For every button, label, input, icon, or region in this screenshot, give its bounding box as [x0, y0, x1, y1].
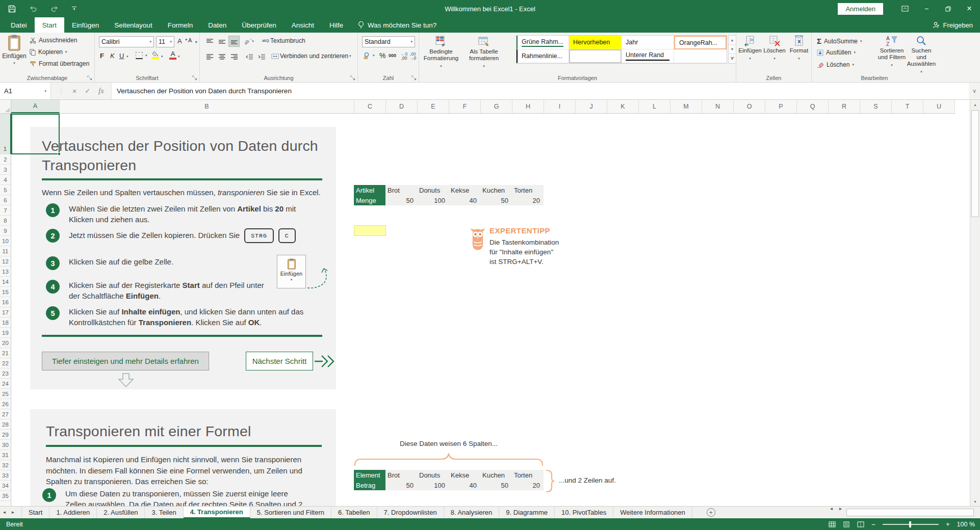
cell-style-bottom-border[interactable]: Unterer Rand	[622, 49, 674, 63]
cell-style-border-line[interactable]: Rahmenlinie...	[517, 49, 569, 63]
table-cell[interactable]: 50	[385, 480, 417, 490]
details-button[interactable]: Tiefer einsteigen und mehr Details erfah…	[42, 352, 209, 370]
grow-font-button[interactable]: A▲	[177, 37, 188, 45]
column-header[interactable]: K	[607, 100, 639, 113]
table-cell[interactable]: 50	[480, 480, 512, 490]
accounting-format-button[interactable]: ▾	[363, 52, 375, 59]
cell-style-orange-border[interactable]: OrangeRah...	[674, 36, 727, 49]
sign-in-button[interactable]: Anmelden	[838, 3, 883, 15]
table-cell[interactable]: Betrag	[354, 480, 385, 490]
gallery-up-icon[interactable]: ▲	[729, 36, 736, 45]
find-select-button[interactable]: Suchen und Auswählen▾	[907, 35, 936, 75]
yellow-target-cell[interactable]	[354, 225, 386, 236]
menu-tab[interactable]: Datei	[3, 17, 35, 33]
cell-style-empty[interactable]	[569, 49, 622, 63]
cut-button[interactable]: Ausschneiden	[30, 37, 77, 44]
sheet-tab[interactable]: 4. Transponieren	[184, 507, 250, 518]
align-center-icon[interactable]	[216, 51, 227, 62]
menu-tab[interactable]: Einfügen	[64, 17, 107, 33]
row-header[interactable]: 5	[0, 185, 11, 195]
fill-color-dropdown-icon[interactable]: ▾	[161, 55, 163, 59]
customize-quick-access-icon[interactable]: ▾	[72, 7, 76, 11]
sheet-tab[interactable]: 6. Tabellen	[331, 507, 377, 518]
cell-style-highlight[interactable]: Hervorheben	[569, 36, 622, 49]
fill-button[interactable]: Ausfüllen▾	[817, 49, 856, 56]
increase-decimal-button[interactable]: ←0,00	[401, 52, 407, 60]
bold-button[interactable]: F	[100, 52, 104, 60]
align-left-icon[interactable]	[204, 51, 215, 62]
gallery-down-icon[interactable]: ▼	[729, 45, 736, 54]
row-header[interactable]: 29	[0, 430, 11, 440]
column-header[interactable]: Q	[797, 100, 829, 113]
hscroll-left-icon[interactable]: ◄	[827, 507, 836, 511]
row-header[interactable]: 22	[0, 358, 11, 368]
font-color-dropdown-icon[interactable]: ▾	[178, 55, 180, 59]
sheet-nav-right-icon[interactable]: ►	[9, 507, 17, 518]
share-button[interactable]: Freigeben	[933, 17, 973, 33]
paste-button[interactable]: Einfügen ▾	[3, 35, 25, 71]
column-header[interactable]: G	[481, 100, 512, 113]
row-header[interactable]: 30	[0, 440, 11, 450]
cell-style-jahr[interactable]: Jahr	[622, 36, 674, 49]
table-cell[interactable]: Kekse	[449, 470, 480, 480]
column-header[interactable]: A	[11, 100, 60, 113]
merge-center-button[interactable]: Verbinden und zentrieren▾	[271, 52, 351, 60]
column-header[interactable]: U	[923, 100, 955, 113]
table-cell[interactable]: Brot	[385, 185, 417, 195]
cancel-icon[interactable]: ×	[72, 87, 76, 95]
column-header[interactable]: J	[576, 100, 607, 113]
column-header[interactable]: M	[670, 100, 702, 113]
minimize-button[interactable]: −	[916, 0, 937, 17]
underline-button[interactable]: U	[119, 52, 124, 60]
wrap-text-button[interactable]: ab Textumbruch	[262, 37, 305, 44]
delete-cells-button[interactable]: Löschen▾	[763, 35, 786, 62]
row-header[interactable]: 16	[0, 297, 11, 307]
save-icon[interactable]	[8, 5, 16, 13]
insert-cells-button[interactable]: Einfügen▾	[738, 35, 762, 62]
decrease-decimal-button[interactable]: ,00→0	[409, 52, 416, 60]
table-cell[interactable]: 50	[385, 195, 417, 205]
table-cell[interactable]: 100	[417, 480, 449, 490]
row-header[interactable]: 3	[0, 165, 11, 175]
row-header[interactable]: 31	[0, 450, 11, 460]
close-button[interactable]: ×	[959, 0, 980, 17]
format-as-table-button[interactable]: Als Tabelle formatieren ▾	[466, 35, 502, 69]
decrease-indent-icon[interactable]	[244, 51, 255, 62]
table-cell[interactable]: Element	[354, 470, 385, 480]
autosum-button[interactable]: Σ AutoSumme▾	[817, 37, 862, 45]
table-cell[interactable]: Torten	[512, 185, 544, 195]
sheet-tab[interactable]: 5. Sortieren und Filtern	[250, 507, 331, 518]
row-header[interactable]: 34	[0, 481, 11, 491]
row-header[interactable]: 2	[0, 154, 11, 165]
row-header[interactable]: 1	[0, 114, 11, 154]
align-right-icon[interactable]	[228, 51, 240, 62]
table-cell[interactable]: Kekse	[449, 185, 480, 195]
copy-button[interactable]: Kopieren▾	[30, 48, 67, 56]
number-format-select[interactable]: Standard▾	[362, 36, 415, 47]
column-header[interactable]: B	[60, 100, 354, 113]
percent-style-button[interactable]: %	[379, 51, 385, 60]
sheet-tab[interactable]: 7. Dropdownlisten	[377, 507, 444, 518]
table-cell[interactable]: Kuchen	[480, 470, 512, 480]
sheet-tab[interactable]: Weitere Informationen	[613, 507, 692, 518]
row-header[interactable]: 7	[0, 205, 11, 216]
zoom-out-button[interactable]: −	[871, 520, 875, 528]
tell-me-search[interactable]: Was möchten Sie tun?	[351, 17, 444, 33]
row-header[interactable]: 15	[0, 287, 11, 297]
format-cells-button[interactable]: Format▾	[787, 35, 811, 62]
column-header[interactable]: N	[702, 100, 734, 113]
column-header[interactable]: I	[544, 100, 576, 113]
table-cell[interactable]: 20	[512, 195, 544, 205]
row-header[interactable]: 9	[0, 226, 11, 236]
dialog-launcher-icon[interactable]	[87, 75, 92, 81]
next-step-button[interactable]: Nächster Schritt	[246, 352, 313, 370]
fill-handle[interactable]	[58, 152, 61, 155]
menu-tab[interactable]: Start	[35, 17, 65, 33]
menu-tab[interactable]: Daten	[200, 17, 234, 33]
dialog-launcher-icon[interactable]	[411, 75, 417, 81]
row-header[interactable]: 24	[0, 379, 11, 389]
new-sheet-button[interactable]: +	[707, 508, 715, 517]
column-header[interactable]: H	[512, 100, 544, 113]
cell-style-blank[interactable]	[674, 49, 727, 63]
vertical-scroll-thumb[interactable]	[971, 110, 979, 217]
